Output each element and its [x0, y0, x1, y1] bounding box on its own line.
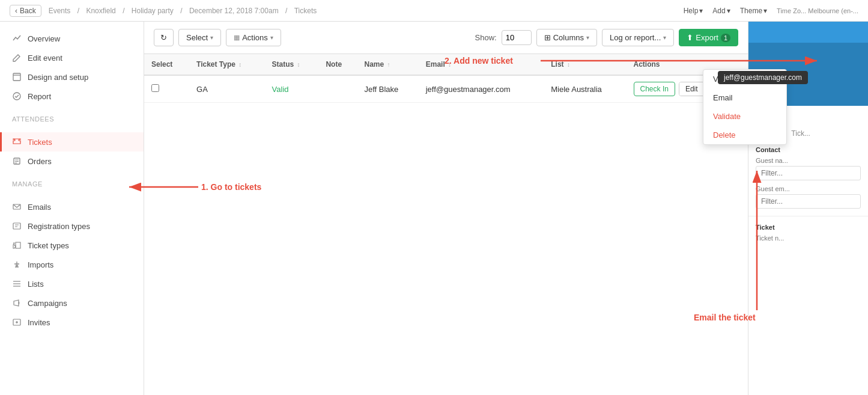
- ticket-name-label: Ticket n...: [756, 234, 861, 242]
- cell-note: [318, 75, 357, 103]
- breadcrumb-events[interactable]: Events: [49, 7, 71, 15]
- back-icon: ‹: [15, 7, 17, 15]
- tab-tick[interactable]: Tick...: [785, 127, 816, 141]
- tickets-table: Select Ticket Type ↕ Status ↕ Note Name …: [144, 54, 748, 103]
- add-chevron-icon: ▾: [727, 7, 730, 15]
- refresh-button[interactable]: ↻: [154, 29, 174, 46]
- actions-grid-icon: ▦: [234, 34, 240, 41]
- attendees-section-label: Attendees: [0, 113, 144, 125]
- columns-icon: ⊞: [544, 33, 551, 42]
- sidebar-item-campaigns[interactable]: Campaigns: [0, 293, 144, 313]
- add-nav-item[interactable]: Add ▾: [712, 7, 730, 15]
- back-label: Back: [20, 7, 36, 15]
- reg-icon: [12, 221, 22, 231]
- right-panel-btn2[interactable]: [748, 43, 868, 64]
- campaign-icon: [12, 298, 22, 308]
- sidebar-item-ticket-types[interactable]: Ticket types: [0, 236, 144, 255]
- help-chevron-icon: ▾: [699, 7, 703, 15]
- cell-checkbox[interactable]: [144, 75, 189, 103]
- sort-icon-ticket-type: ↕: [238, 61, 241, 68]
- edit-button[interactable]: Edit: [679, 82, 704, 96]
- sort-icon-name: ↑: [387, 61, 390, 68]
- show-input[interactable]: [502, 30, 532, 45]
- ticket-section-title: Ticket: [756, 224, 861, 231]
- breadcrumb-tickets[interactable]: Tickets: [294, 7, 317, 15]
- ticket-icon: [12, 137, 22, 147]
- top-nav-left: ‹ Back Events / Knoxfield / Holiday part…: [10, 5, 319, 17]
- dropdown-item-delete[interactable]: Delete: [703, 126, 748, 144]
- sidebar-label-imports: Imports: [28, 260, 53, 269]
- sidebar-item-emails[interactable]: Emails: [0, 197, 144, 216]
- sidebar-label-emails: Emails: [28, 203, 51, 212]
- actions-button[interactable]: ▦ Actions ▾: [226, 29, 281, 46]
- breadcrumb-date[interactable]: December 12, 2018 7:00am: [189, 7, 279, 15]
- sidebar-item-invites[interactable]: Invites: [0, 313, 144, 332]
- cell-name: Jeff Blake: [357, 75, 418, 103]
- breadcrumb-knoxfield[interactable]: Knoxfield: [86, 7, 115, 15]
- dropdown-item-email[interactable]: Email: [703, 88, 748, 107]
- log-label: Log or report...: [610, 33, 661, 42]
- back-button[interactable]: ‹ Back: [10, 5, 41, 17]
- guest-name-input[interactable]: [756, 166, 861, 180]
- col-list[interactable]: List ↕: [544, 54, 626, 75]
- col-ticket-type[interactable]: Ticket Type ↕: [189, 54, 265, 75]
- sidebar-item-orders[interactable]: Orders: [0, 152, 144, 171]
- log-report-button[interactable]: Log or report... ▾: [602, 29, 674, 46]
- col-note: Note: [318, 54, 357, 75]
- sidebar-item-design-setup[interactable]: Design and setup: [0, 67, 144, 87]
- edit-icon: [12, 53, 22, 63]
- select-chevron-icon: ▾: [210, 34, 213, 41]
- theme-nav-item[interactable]: Theme ▾: [740, 7, 767, 15]
- svg-point-2: [13, 93, 20, 100]
- sort-icon-list: ↕: [567, 61, 570, 68]
- sidebar-item-imports[interactable]: Imports: [0, 255, 144, 274]
- email-icon: [12, 202, 22, 212]
- sidebar-label-design-setup: Design and setup: [28, 73, 88, 82]
- check-in-button[interactable]: Check In: [634, 82, 675, 96]
- right-panel-ticket-section: Ticket Ticket n...: [748, 216, 868, 251]
- main-layout: Overview Edit event Design and setup: [0, 22, 868, 395]
- sidebar-label-overview: Overview: [28, 34, 60, 43]
- select-button[interactable]: Select ▾: [178, 29, 221, 46]
- chart-icon: [12, 34, 22, 43]
- toolbar-right: Show: ⊞ Columns ▾ Log or report... ▾ ⬆ E…: [475, 29, 738, 46]
- lists-icon: [12, 279, 22, 289]
- svg-rect-0: [13, 73, 20, 81]
- columns-button[interactable]: ⊞ Columns ▾: [536, 29, 597, 46]
- sidebar-item-report[interactable]: Report: [0, 87, 144, 106]
- help-label: Help: [684, 7, 699, 15]
- sidebar-label-registration-types: Registration types: [28, 222, 90, 231]
- sidebar-item-overview[interactable]: Overview: [0, 29, 144, 48]
- sidebar-label-tickets: Tickets: [28, 138, 52, 147]
- import-icon: [12, 260, 22, 269]
- right-panel-btn1[interactable]: [748, 22, 868, 43]
- export-button[interactable]: ⬆ Export 1: [679, 29, 738, 46]
- sidebar-label-report: Report: [28, 92, 51, 101]
- help-nav-item[interactable]: Help ▾: [684, 7, 703, 15]
- sidebar-item-registration-types[interactable]: Registration types: [0, 216, 144, 236]
- sidebar-item-lists[interactable]: Lists: [0, 274, 144, 293]
- add-label: Add: [712, 7, 725, 15]
- col-status[interactable]: Status ↕: [265, 54, 319, 75]
- toolbar: ↻ Select ▾ ▦ Actions ▾ Show: ⊞: [144, 22, 748, 54]
- top-nav-right: Help ▾ Add ▾ Theme ▾ Time Zo... Melbourn…: [684, 7, 858, 15]
- sidebar-item-edit-event[interactable]: Edit event: [0, 48, 144, 67]
- sidebar-top-section: Overview Edit event Design and setup: [0, 22, 144, 113]
- sidebar-item-tickets[interactable]: Tickets: [0, 132, 144, 152]
- sidebar-label-ticket-types: Ticket types: [28, 241, 69, 250]
- guest-email-input[interactable]: [756, 194, 861, 209]
- cell-ticket-type: GA: [189, 75, 265, 103]
- col-select: Select: [144, 54, 189, 75]
- col-email[interactable]: Email ↕: [419, 54, 544, 75]
- sidebar-label-edit-event: Edit event: [28, 54, 62, 63]
- sidebar-label-lists: Lists: [28, 280, 44, 289]
- dropdown-item-validate[interactable]: Validate: [703, 107, 748, 126]
- col-name[interactable]: Name ↑: [357, 54, 418, 75]
- breadcrumb-holiday[interactable]: Holiday party: [132, 7, 174, 15]
- tickets-table-area: Select Ticket Type ↕ Status ↕ Note Name …: [144, 54, 748, 395]
- select-label: Select: [186, 33, 208, 42]
- row-checkbox[interactable]: [151, 84, 159, 92]
- sort-icon-status: ↕: [297, 61, 300, 68]
- columns-chevron-icon: ▾: [586, 34, 589, 41]
- svg-rect-8: [13, 223, 20, 229]
